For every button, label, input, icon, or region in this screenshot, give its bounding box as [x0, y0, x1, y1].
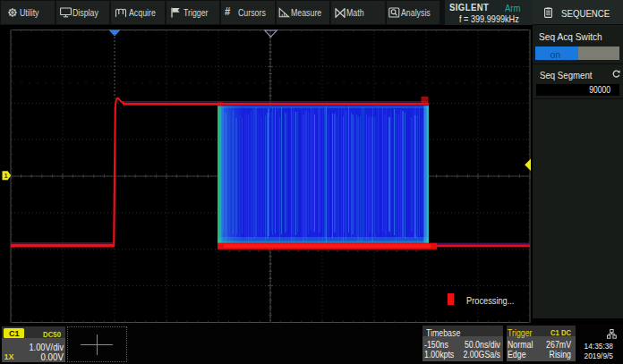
svg-text:1: 1 [4, 172, 7, 180]
